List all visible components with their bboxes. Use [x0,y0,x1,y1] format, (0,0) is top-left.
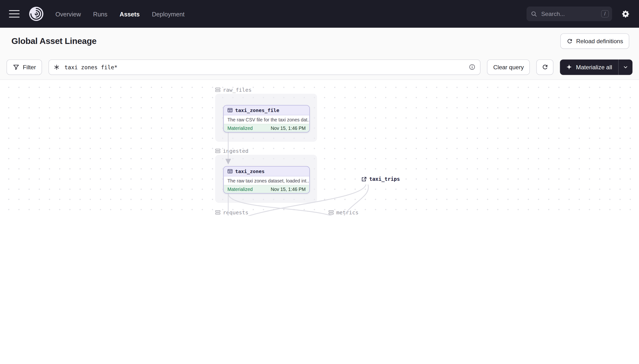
external-asset-taxi_trips[interactable]: taxi_trips [361,176,400,182]
external-asset-name: taxi_trips [369,176,400,182]
clear-query-button[interactable]: Clear query [487,60,530,75]
navbar-right: / [526,6,631,21]
materialize-options-dropdown[interactable] [619,60,632,75]
asset-node-taxi_zones_file[interactable]: taxi_zones_file The raw CSV file for the… [223,105,310,132]
reload-definitions-button[interactable]: Reload definitions [560,33,629,49]
asset-status: Materialized [228,187,253,192]
group-icon [215,148,221,153]
nav-links: Overview Runs Assets Deployment [56,10,185,18]
search-icon [530,10,537,17]
group-name: ingested [223,148,249,154]
materialize-all-label: Materialize all [576,64,612,70]
group-icon [328,210,334,215]
group-name: requests [223,209,249,215]
nav-link-deployment[interactable]: Deployment [152,10,185,18]
asset-status-bar: Materialized Nov 15, 1:46 PM [224,185,309,193]
materialize-sparkle-icon [566,64,572,70]
refresh-icon [566,38,573,44]
asset-status: Materialized [228,126,253,130]
page-header: Global Asset Lineage Reload definitions [0,28,639,54]
filter-button[interactable]: Filter [7,60,42,75]
group-name: raw_files [223,87,252,93]
refresh-icon [541,64,548,70]
group-label[interactable]: metrics [328,208,430,216]
asset-description: The raw taxi zones dataset, loaded int..… [224,176,309,185]
asset-query-input[interactable] [64,63,465,70]
search-input[interactable] [540,10,598,18]
menu-icon[interactable] [9,10,20,18]
external-link-icon [361,176,367,182]
asset-query-field[interactable] [49,60,481,75]
chevron-down-icon [623,64,628,70]
reload-definitions-label: Reload definitions [576,38,623,44]
search-shortcut-badge: / [601,10,609,18]
op-selector-icon [53,64,60,70]
group-name: metrics [336,209,358,215]
dagster-logo-icon[interactable] [29,6,44,22]
asset-name: taxi_zones [235,168,265,174]
top-navbar: Overview Runs Assets Deployment / [0,0,639,28]
app-window: Overview Runs Assets Deployment / [0,0,639,216]
asset-name: taxi_zones_file [235,108,279,113]
filter-funnel-icon [13,64,20,70]
table-icon [228,108,233,113]
group-label[interactable]: raw_files [215,86,317,94]
lineage-edges [0,80,639,216]
settings-gear-icon[interactable] [620,8,631,19]
lineage-canvas[interactable]: raw_files ingested requests [0,80,639,216]
table-icon [228,169,233,174]
search-box[interactable]: / [526,6,612,21]
clear-query-label: Clear query [493,64,524,70]
asset-group-metrics: metrics [328,208,430,216]
group-label[interactable]: requests [215,208,317,216]
group-icon [215,210,221,215]
asset-status-bar: Materialized Nov 15, 1:46 PM [224,124,309,132]
info-icon[interactable] [469,64,476,70]
filter-label: Filter [23,64,36,70]
asset-timestamp: Nov 15, 1:46 PM [271,187,306,192]
page-title: Global Asset Lineage [11,36,96,46]
refresh-graph-button[interactable] [536,60,553,75]
nav-link-assets[interactable]: Assets [120,10,140,18]
materialize-all-button[interactable]: Materialize all [560,60,618,75]
asset-group-requests: requests [215,208,317,216]
nav-link-runs[interactable]: Runs [93,10,108,18]
group-label[interactable]: ingested [215,147,317,155]
group-icon [215,87,221,92]
asset-timestamp: Nov 15, 1:46 PM [271,126,306,130]
materialize-all-split-button: Materialize all [560,60,632,75]
asset-node-taxi_zones[interactable]: taxi_zones The raw taxi zones dataset, l… [223,166,310,194]
nav-link-overview[interactable]: Overview [56,10,81,18]
asset-description: The raw CSV file for the taxi zones dat.… [224,116,309,124]
lineage-toolbar: Filter Clear query [0,54,639,80]
